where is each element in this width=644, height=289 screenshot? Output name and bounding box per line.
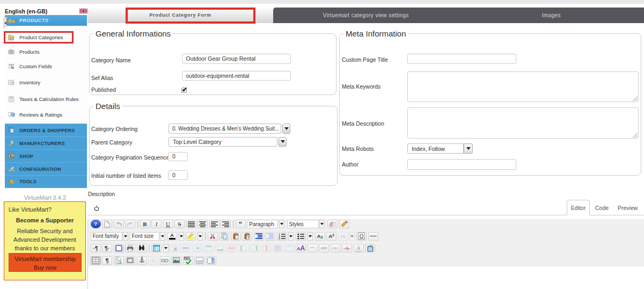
svg-text:T: T (247, 236, 250, 239)
svg-text:3: 3 (279, 237, 280, 240)
